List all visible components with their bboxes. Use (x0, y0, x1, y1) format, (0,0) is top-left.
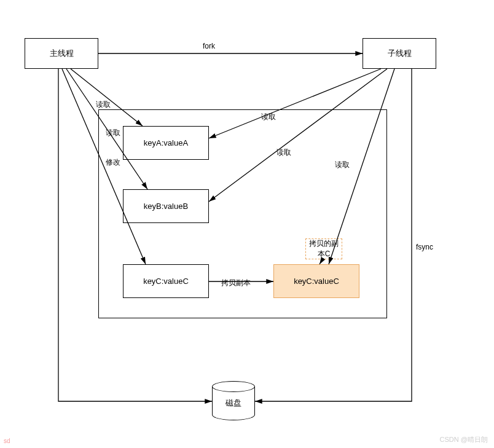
read2-label: 读取 (106, 128, 120, 138)
disk-top (212, 381, 255, 392)
fork-label: fork (203, 42, 215, 50)
keyc-node: keyC:valueC (123, 264, 209, 298)
child-thread-node: 子线程 (363, 38, 436, 69)
keyc-copy-node: keyC:valueC (273, 264, 359, 298)
keyc-label: keyC:valueC (143, 277, 189, 286)
main-thread-node: 主线程 (25, 38, 98, 69)
read1-label: 读取 (96, 100, 111, 110)
readr3-label: 读取 (335, 160, 350, 170)
watermark-right: CSDN @晴日朗 (440, 435, 488, 444)
modify-label: 修改 (106, 157, 120, 168)
child-thread-label: 子线程 (388, 48, 412, 59)
copy-note-label: 拷贝的副 本C (309, 238, 339, 259)
copy-note: 拷贝的副 本C (305, 238, 342, 259)
main-thread-label: 主线程 (50, 48, 74, 59)
disk-label: 磁盘 (225, 398, 241, 409)
keya-node: keyA:valueA (123, 126, 209, 160)
watermark-left: sd (4, 438, 10, 444)
keyc-copy-label: keyC:valueC (294, 277, 339, 286)
readr1-label: 读取 (261, 112, 276, 122)
fsync-label: fsync (416, 243, 433, 251)
readr2-label: 读取 (276, 147, 291, 158)
keya-label: keyA:valueA (144, 138, 188, 147)
keyb-label: keyB:valueB (144, 202, 188, 211)
copy-edge-label: 拷贝副本 (221, 278, 251, 288)
disk-node: 磁盘 (212, 381, 255, 424)
keyb-node: keyB:valueB (123, 189, 209, 223)
